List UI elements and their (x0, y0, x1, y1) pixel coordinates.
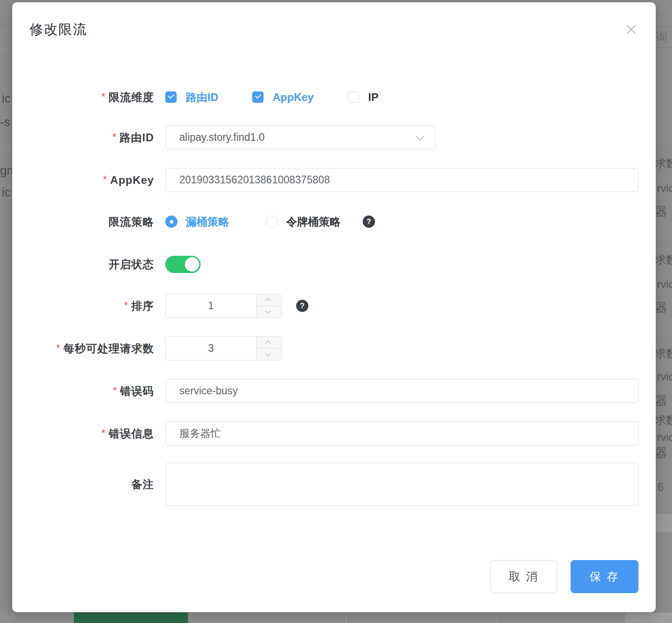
bg-text-fragment: rvic (657, 278, 672, 291)
bg-text-fragment: 求数 (655, 253, 672, 267)
bg-text-fragment: 器 (655, 445, 667, 461)
bg-divider (346, 613, 346, 623)
route-id-row: * 路由ID alipay.story.find1.0 (12, 125, 656, 149)
bg-text-fragment: 器 (655, 204, 667, 220)
remark-row: 备注 (12, 463, 656, 506)
enabled-row: 开启状态 (12, 252, 656, 276)
radio-selected-icon (165, 216, 178, 228)
radio-label: 令牌桶策略 (286, 215, 341, 229)
spinner-down-button[interactable] (257, 306, 281, 318)
radio-unselected-icon (266, 216, 278, 228)
required-asterisk: * (101, 427, 106, 440)
radio-leaky-bucket[interactable]: 漏桶策略 (165, 210, 229, 234)
sort-number-input-box (165, 294, 282, 318)
cancel-button[interactable]: 取 消 (490, 560, 557, 593)
spinner-up-button[interactable] (257, 337, 281, 349)
bg-text-fragment: 6 (658, 481, 663, 494)
bg-text-fragment: 器 (655, 393, 667, 409)
strategy-row: 限流策略 漏桶策略 令牌桶策略 ? (12, 210, 656, 234)
edit-rate-limit-dialog: 修改限流 * 限流维度 路由ID AppKey IP * (12, 2, 656, 612)
bg-text-fragment: ic (2, 186, 11, 200)
bg-text-fragment: 求数 (655, 346, 672, 361)
chevron-up-icon (265, 340, 271, 346)
error-code-input[interactable] (165, 379, 638, 403)
required-asterisk: * (113, 385, 117, 397)
chevron-up-icon (265, 298, 271, 304)
bg-text-fragment: rvic (657, 431, 672, 444)
appkey-label: * AppKey (12, 168, 154, 192)
checkbox-label: 路由ID (186, 90, 218, 105)
rate-limit-dimension-row: * 限流维度 路由ID AppKey IP (12, 85, 656, 109)
bg-divider (656, 243, 672, 244)
bg-text-fragment: 求数 (655, 413, 672, 427)
required-asterisk: * (103, 174, 107, 186)
error-code-label: * 错误码 (12, 379, 154, 403)
qps-number-input-box (165, 336, 282, 360)
chevron-down-icon (265, 350, 271, 356)
sort-spinner (256, 294, 281, 317)
remark-textarea[interactable] (165, 463, 638, 506)
bg-divider (0, 149, 12, 150)
checkbox-label: IP (368, 91, 379, 104)
bg-text-fragment: gn (0, 164, 14, 178)
route-id-select-value: alipay.story.find1.0 (179, 131, 264, 144)
bg-text-fragment: rvic (657, 182, 672, 195)
qps-row: * 每秒可处理请求数 (12, 336, 656, 360)
close-icon[interactable] (624, 22, 638, 37)
enabled-label: 开启状态 (12, 252, 154, 276)
radio-label: 漏桶策略 (186, 215, 229, 229)
bg-text-fragment: 询 (656, 30, 667, 45)
radio-token-bucket[interactable]: 令牌桶策略 (266, 210, 341, 234)
checkbox-unchecked-icon (348, 91, 359, 103)
save-button[interactable]: 保 存 (571, 560, 638, 593)
checkbox-route-id[interactable]: 路由ID (165, 85, 218, 109)
qps-spinner (256, 337, 281, 360)
help-icon[interactable]: ? (363, 216, 375, 228)
checkbox-checked-icon (165, 91, 177, 103)
bg-text-fragment: 器 (655, 300, 667, 316)
appkey-input[interactable] (165, 168, 638, 192)
dialog-title: 修改限流 (29, 20, 87, 39)
error-message-row: * 错误信息 (12, 422, 656, 446)
bg-band (656, 514, 672, 532)
checkbox-appkey[interactable]: AppKey (252, 85, 314, 109)
error-message-label: * 错误信息 (12, 422, 154, 446)
error-code-row: * 错误码 (12, 379, 656, 403)
spinner-down-button[interactable] (257, 349, 281, 360)
appkey-row: * AppKey (12, 168, 656, 192)
dimension-label: * 限流维度 (12, 85, 154, 109)
help-icon[interactable]: ? (296, 300, 308, 312)
bg-divider (656, 337, 672, 338)
enabled-toggle-on[interactable] (165, 256, 201, 273)
bg-divider (656, 150, 672, 151)
required-asterisk: * (56, 342, 61, 355)
bg-band (625, 613, 672, 623)
bg-text-fragment: ic (2, 92, 11, 106)
checkbox-ip[interactable]: IP (348, 85, 379, 109)
remark-label: 备注 (12, 463, 154, 506)
qps-label: * 每秒可处理请求数 (12, 336, 154, 360)
bg-divider (0, 25, 12, 25)
required-asterisk: * (124, 300, 129, 312)
sort-label: * 排序 (12, 294, 154, 318)
error-message-input[interactable] (165, 422, 638, 446)
bg-bottom-strip (0, 613, 672, 623)
required-asterisk: * (101, 91, 106, 103)
checkbox-label: AppKey (273, 91, 314, 104)
toggle-knob (185, 257, 199, 272)
checkbox-checked-icon (252, 91, 264, 103)
chevron-down-icon (265, 308, 271, 314)
bg-text-fragment: 求数 (655, 156, 672, 171)
bg-divider (0, 48, 12, 49)
bg-text-fragment: -s (0, 115, 10, 129)
sort-row: * 排序 ? (12, 294, 656, 318)
route-id-select[interactable]: alipay.story.find1.0 (165, 125, 436, 149)
bg-text-fragment: rvic (657, 370, 672, 383)
required-asterisk: * (112, 131, 117, 144)
spinner-up-button[interactable] (257, 294, 281, 306)
bg-green-bar (74, 613, 188, 623)
bg-divider (497, 613, 498, 623)
chevron-down-icon (416, 132, 424, 140)
route-id-label: * 路由ID (12, 125, 154, 149)
strategy-label: 限流策略 (12, 210, 154, 234)
